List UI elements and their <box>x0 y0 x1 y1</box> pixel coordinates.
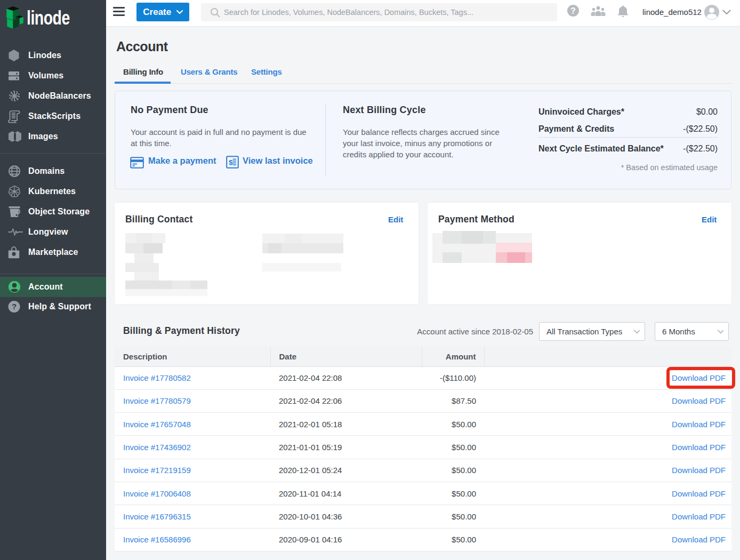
svg-text:$: $ <box>229 158 233 166</box>
svg-text:?: ? <box>12 302 17 311</box>
svg-text:?: ? <box>570 6 576 15</box>
